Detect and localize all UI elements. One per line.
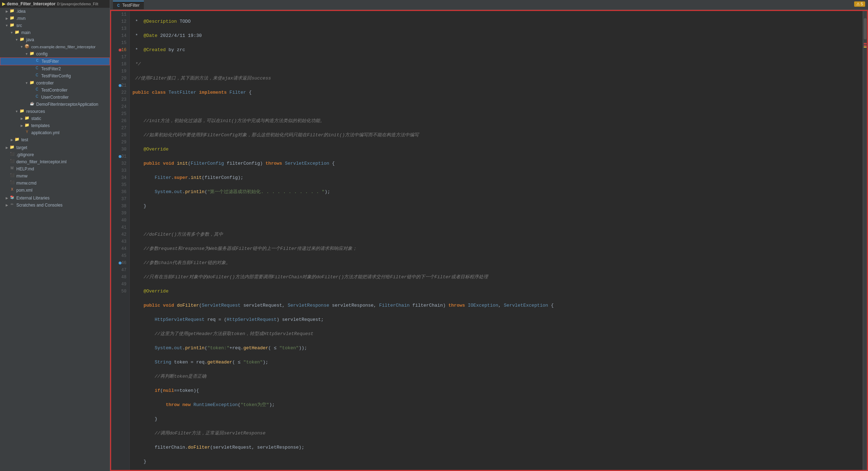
sidebar-label-mvn: .mvn [16,16,26,21]
sidebar-item-src[interactable]: ▼ 📁 src [0,22,110,29]
arrow-java: ▼ [14,38,19,42]
sidebar-item-mvnw[interactable]: ▶ ⬛ mvnw [0,172,110,180]
line-num-50: 50 [111,288,126,295]
line-num-45: 45 [111,252,126,259]
package-icon: 📦 [24,44,30,50]
code-line-21: public void init(FilterConfig filterConf… [132,160,863,167]
line-num-11: 11 [111,11,126,18]
sidebar-label-pom: pom.xml [16,188,32,193]
code-line-35: String token = req.getHeader( ≤ "token")… [132,359,863,366]
line-num-33: 33 [111,167,126,174]
code-line-36: //再判断token是否正确 [132,373,863,380]
sidebar-label-testfilterconfig: TestFilterConfig [41,73,71,78]
sidebar-item-mvn[interactable]: ▶ 📁 .mvn [0,15,110,22]
scrollbar-thumb[interactable] [864,18,867,39]
sidebar-item-com[interactable]: ▼ 📦 com.example.demo_filter_interceptor [0,43,110,50]
sidebar-item-controller[interactable]: ▼ 📁 controller [0,80,110,87]
line-num-22: 22 [111,89,126,96]
line-num-31: 31 [111,153,126,160]
sidebar-label-mvnw: mvnw [16,174,27,179]
sidebar-item-mvnwcmd[interactable]: ▶ ⬛ mvnw.cmd [0,180,110,187]
sidebar-item-testfilterconfig[interactable]: ▶ C TestFilterConfig [0,72,110,80]
sidebar-item-target[interactable]: ▶ 📁 target [0,144,110,151]
line-num-44: 44 [111,245,126,252]
error-marker-2 [864,45,867,46]
code-line-22: Filter.super.init(filterConfig); [132,174,863,181]
code-line-38: throw new RuntimeException("token为空"); [132,401,863,409]
code-line-32: HttpServletRequest req = (HttpServletReq… [132,316,863,323]
code-content[interactable]: * @Description TODO * @Date 2022/4/11 19… [130,11,863,470]
arrow-main: ▼ [9,31,14,34]
top-bar: C TestFilter ⚠ 5 [110,0,868,10]
md-icon: M [9,166,15,172]
sidebar-item-usercontroller[interactable]: ▶ C UserController [0,94,110,101]
class-icon-testfilterconfig: C [34,73,40,79]
arrow-com: ▼ [19,45,24,49]
arrow-mvn: ▶ [4,17,9,20]
code-line-29: //只有在当前Filter对象中的doFilter()方法内部需要调用Filte… [132,274,863,281]
folder-icon-java: 📁 [19,37,25,43]
sidebar-item-idea[interactable]: ▶ 📁 .idea [0,8,110,15]
sidebar-item-iml[interactable]: ▶ ⬛ demo_filter_Interceptor.iml [0,158,110,165]
line-num-14: 14 [111,32,126,39]
sidebar-item-testcontroller[interactable]: ▶ C TestController [0,87,110,94]
line-num-21: 21 [111,82,126,89]
sidebar-item-resources[interactable]: ▼ 📁 resources [0,108,110,115]
arrow-config: ▼ [24,52,29,56]
sidebar-item-pom[interactable]: ▶ X pom.xml [0,187,110,194]
line-num-27: 27 [111,125,126,132]
sidebar-label-demomain: DemoFilterInterceptorApplication [36,102,98,107]
folder-icon-idea: 📁 [9,9,15,14]
sidebar-item-application-yml[interactable]: ▶ Y application.yml [0,129,110,136]
sidebar-item-demomain[interactable]: ▶ ☕ DemoFilterInterceptorApplication [0,101,110,108]
sidebar-label-src: src [16,23,22,28]
sidebar-item-static[interactable]: ▶ 📁 static [0,115,110,122]
line-num-49: 49 [111,281,126,288]
sidebar-item-test[interactable]: ▶ 📁 test [0,136,110,143]
line-num-23: 23 [111,96,126,103]
right-scrollbar[interactable] [863,11,867,470]
folder-icon-src: 📁 [9,23,15,28]
sidebar-label-templates: templates [31,123,50,128]
folder-icon-controller: 📁 [29,80,35,86]
sidebar-label-config: config [36,51,48,56]
line-num-20: 20 [111,75,126,82]
sidebar-item-help[interactable]: ▶ M HELP.md [0,165,110,172]
class-icon-testcontroller: C [34,87,40,93]
sidebar-item-templates[interactable]: ▶ 📁 templates [0,122,110,129]
line-num-34: 34 [111,174,126,181]
sidebar-item-testfilter2[interactable]: ▶ C TestFilter2 [0,65,110,72]
sidebar-label-java: java [26,37,34,42]
code-line-20: @Override [132,146,863,153]
line-num-16: 16 [111,46,126,54]
sidebar-item-testfilter[interactable]: ▶ C TestFilter [0,57,110,65]
sidebar-label-com: com.example.demo_filter_interceptor [31,45,96,49]
line-num-37: 37 [111,196,126,203]
sidebar-label-extlib: External Libraries [16,196,49,201]
line-num-42: 42 [111,231,126,238]
editor-container: 11 12 13 14 15 16 17 18 19 20 21 22 23 2… [110,10,868,471]
sidebar-item-main[interactable]: ▼ 📁 main [0,29,110,36]
project-header[interactable]: ▶ demo_Filter_Interceptor D:\javaproject… [0,0,110,8]
code-line-31: public void doFilter(ServletRequest serv… [132,302,863,309]
arrow-test: ▶ [9,138,14,142]
sidebar-item-java[interactable]: ▼ 📁 java [0,36,110,43]
sidebar-item-scratches[interactable]: ▶ ✏ Scratches and Consoles [0,202,110,209]
class-icon-usercontroller: C [34,94,40,100]
code-line-25 [132,217,863,224]
code-line-34: System.out.println("token:"+req.getHeade… [132,345,863,352]
code-line-30: @Override [132,288,863,295]
folder-icon-mvn: 📁 [9,16,15,21]
editor-tab-testfilter[interactable]: C TestFilter [113,1,144,9]
line-num-29: 29 [111,139,126,146]
arrow-scratches: ▶ [4,203,9,207]
code-line-37: if(null==token){ [132,387,863,394]
sidebar-label-target: target [16,145,27,150]
sidebar-item-extlib[interactable]: ▶ 📚 External Libraries [0,195,110,202]
sidebar-label-mvnwcmd: mvnw.cmd [16,181,37,186]
xml-icon: X [9,187,15,193]
line-num-19: 19 [111,68,126,75]
code-line-18: //init方法，初始化过滤器，可以在init()方法中完成与构造方法类似的初始… [132,117,863,125]
sidebar-item-config[interactable]: ▼ 📁 config [0,50,110,57]
sidebar-item-gitignore[interactable]: ▶ ⬛ .gitignore [0,151,110,158]
